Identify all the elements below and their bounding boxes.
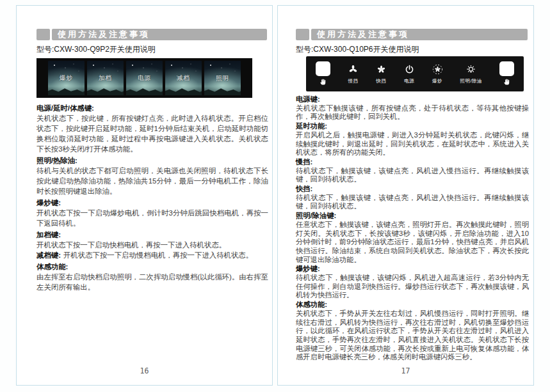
manual-spread: 使用方法及注意事项 型号:CXW-300-Q9P2开关使用说明 爆炒加档电源减档… bbox=[0, 0, 550, 392]
panel-key: 电源 bbox=[126, 61, 163, 95]
page-title: 使用方法及注意事项 bbox=[311, 29, 528, 40]
section-body: 待机与关机的状态下都可启动照明，关电源也关闭照明，待机状态下长按此键启动热除油功… bbox=[36, 166, 268, 196]
page-17-sections: 电源键:关机状态下触摸该键，所有按键点亮，处于待机状态，等待其他按键操作，再次触… bbox=[296, 95, 529, 362]
section-body: 减档键:开机状态下按一下启动慢档电机，再按一下进入待机状态。 bbox=[36, 250, 268, 260]
hand-icon bbox=[319, 77, 327, 86]
page-16: 使用方法及注意事项 型号:CXW-300-Q9P2开关使用说明 爆炒加档电源减档… bbox=[16, 5, 273, 386]
panel-key: 减档 bbox=[165, 61, 202, 95]
title-bar-accent-square bbox=[36, 29, 50, 40]
touch-key-pad bbox=[499, 61, 514, 76]
section-body: 由左挥至右启动快档启动照明，二次挥动启动慢档(以此循环)。由右挥至左关闭所有输出… bbox=[36, 272, 268, 292]
section-title-bar: 使用方法及注意事项 bbox=[36, 29, 267, 40]
model-line: 型号:CXW-300-Q9P2开关使用说明 bbox=[36, 44, 268, 54]
section-heading: 体感功能: bbox=[36, 262, 268, 272]
page-number: 16 bbox=[17, 366, 272, 375]
fan-slow-icon bbox=[348, 61, 359, 77]
page-title: 使用方法及注意事项 bbox=[52, 29, 267, 40]
panel-key-label: 爆炒 bbox=[60, 74, 73, 82]
light-icon bbox=[465, 61, 476, 77]
section-body: 关机状态下，手势从开关左往右划过，风机慢挡运行，同时打开照明。继续往右滑过，风机… bbox=[296, 310, 529, 362]
section-heading: 照明/除油键: bbox=[296, 212, 529, 221]
section-heading: 电源键: bbox=[296, 95, 529, 104]
panel-key-label: 照明/除油 bbox=[460, 78, 482, 84]
power-icon bbox=[404, 61, 415, 77]
section-heading: 体感功能: bbox=[296, 301, 529, 310]
panel-key-label: 减档 bbox=[177, 74, 190, 82]
section-heading: 照明/热除油: bbox=[36, 155, 268, 166]
gesture-sensor bbox=[499, 61, 514, 86]
right-control-panel-image: 慢挡快挡电源爆炒照明/除油 bbox=[306, 56, 524, 91]
section-body: 待机状态下，触摸该键，该键点亮，风机进入慢挡运行。再继续触摸该键，回到待机状态。 bbox=[296, 167, 529, 184]
hand-icon bbox=[503, 77, 511, 86]
panel-key: 爆炒 bbox=[432, 61, 443, 84]
panel-key: 慢挡 bbox=[348, 61, 359, 84]
panel-key: 照明/除油 bbox=[460, 61, 482, 84]
section-body: 开启风机之后，触摸电源键，则进入3分钟延时关机状态，此键闪烁，继续触摸此键时，则… bbox=[296, 131, 529, 157]
panel-key-label: 爆炒 bbox=[432, 78, 442, 84]
panel-key-label: 加档 bbox=[99, 74, 112, 82]
section-body: 关机状态下，按此键，所有按键灯点亮，此时进入待机状态。开启档位状态下，按此键开启… bbox=[36, 113, 268, 154]
gesture-sensor bbox=[316, 61, 330, 86]
fan-boost-icon bbox=[432, 61, 443, 77]
panel-key-label: 电源 bbox=[404, 78, 414, 84]
section-heading: 慢挡: bbox=[296, 158, 529, 167]
page-number: 17 bbox=[278, 366, 533, 375]
section-body: 开机状态下按一下启动爆炒电机，倒计时3分钟后跳回快档电机，再按一下返回待机。 bbox=[36, 208, 268, 228]
model-line: 型号:CXW-300-Q10P6开关使用说明 bbox=[296, 44, 529, 54]
panel-key-label: 电源 bbox=[138, 74, 151, 82]
panel-key-label: 快挡 bbox=[376, 78, 386, 84]
title-bar-accent-square bbox=[296, 29, 309, 40]
panel-key: 电源 bbox=[404, 61, 415, 84]
left-control-panel-image: 爆炒加档电源减档照明 bbox=[36, 58, 252, 98]
panel-key: 照明 bbox=[204, 61, 241, 95]
page-16-sections: 电源/延时/体感键:关机状态下，按此键，所有按键灯点亮，此时进入待机状态。开启档… bbox=[36, 103, 268, 292]
section-body: 待机状态下，触摸该键，该键闪烁，风机进入超高速运行，若3分钟内无任何操作，则自动… bbox=[296, 274, 529, 300]
section-heading: 延时功能: bbox=[296, 122, 529, 131]
panel-key: 加档 bbox=[87, 61, 124, 95]
panel-key: 爆炒 bbox=[48, 61, 85, 95]
section-body: 关机状态下触摸该键，所有按键点亮，处于待机状态，等待其他按键操作，再次触摸此键时… bbox=[296, 104, 529, 122]
section-body: 待机状态下，触摸该键，该键点亮，风机进入快挡运行。再继续触摸该键，回到待机状态。 bbox=[296, 194, 529, 211]
fan-fast-icon bbox=[376, 61, 387, 77]
panel-key: 快挡 bbox=[376, 61, 387, 84]
panel-key-label: 慢挡 bbox=[348, 78, 358, 84]
section-heading: 爆炒键: bbox=[36, 198, 268, 208]
section-heading: 爆炒键: bbox=[296, 265, 529, 274]
section-body: 任意状态下，触摸该键，该键点亮，照明灯开启。再次触摸此键时，照明灯关闭。关机状态… bbox=[296, 221, 529, 265]
page-17: 使用方法及注意事项 型号:CXW-300-Q10P6开关使用说明 慢挡快挡电源爆… bbox=[277, 5, 534, 386]
section-heading: 加档键: bbox=[36, 230, 268, 240]
section-body: 开机状态下按一下启动快档电机，再按一下进入待机状态。 bbox=[36, 240, 268, 250]
panel-key-label: 照明 bbox=[216, 74, 229, 82]
section-heading: 电源/延时/体感键: bbox=[36, 103, 268, 113]
section-heading: 减档键: bbox=[36, 251, 61, 259]
touch-key-pad bbox=[316, 61, 330, 76]
section-heading: 快挡: bbox=[296, 185, 529, 194]
section-title-bar: 使用方法及注意事项 bbox=[296, 29, 528, 40]
